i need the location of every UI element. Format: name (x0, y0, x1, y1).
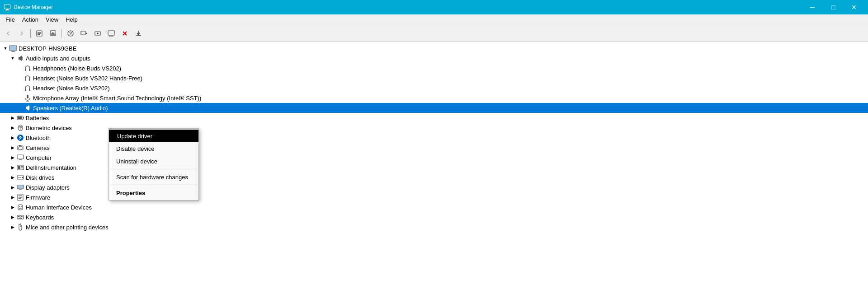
toolbar-update-driver[interactable] (47, 27, 59, 40)
disable-device-label: Disable device (116, 145, 155, 152)
biometric-icon (16, 124, 24, 132)
svg-rect-44 (18, 160, 23, 160)
keyboards-icon (16, 213, 24, 221)
headset-handsfree-icon (24, 74, 32, 82)
toolbar-view-devices[interactable] (105, 27, 118, 40)
menu-action[interactable]: Action (19, 15, 42, 25)
toolbar-properties[interactable] (33, 27, 46, 40)
toolbar-back[interactable] (2, 27, 14, 40)
svg-rect-12 (81, 31, 85, 35)
cameras-icon (16, 144, 24, 152)
tree-item-batteries[interactable]: ▶ Batteries (0, 113, 868, 123)
firmware-icon (16, 193, 24, 201)
svg-point-60 (21, 206, 22, 207)
hid-icon (16, 203, 24, 211)
headset-vs202-label: Headset (Noise Buds VS202) (33, 85, 868, 92)
context-menu-sep-2 (109, 185, 198, 185)
maximize-button[interactable]: □ (823, 0, 844, 14)
tree-item-headset-vs202[interactable]: ▶ Headset (Noise Buds VS202) (0, 83, 868, 93)
display-adapters-icon (16, 183, 24, 191)
keyboards-label: Keyboards (26, 214, 868, 221)
update-driver-label: Update driver (117, 133, 152, 140)
context-menu-disable-device[interactable]: Disable device (109, 142, 198, 155)
tree-item-hid[interactable]: ▶ Human Interface Devices (0, 202, 868, 212)
context-menu-update-driver[interactable]: Update driver (109, 130, 198, 142)
title-bar: Device Manager ─ □ ✕ (0, 0, 868, 14)
svg-rect-57 (19, 197, 22, 198)
svg-rect-58 (19, 198, 21, 199)
context-menu-uninstall-device[interactable]: Uninstall device (109, 155, 198, 168)
context-menu-scan-hardware[interactable]: Scan for hardware changes (109, 171, 198, 183)
svg-rect-36 (18, 116, 22, 119)
batteries-chevron: ▶ (9, 114, 16, 121)
title-bar-controls: ─ □ ✕ (802, 0, 864, 14)
svg-rect-66 (19, 218, 22, 219)
svg-rect-53 (18, 186, 23, 188)
toolbar-scan[interactable] (78, 27, 90, 40)
tree-root[interactable]: ▼ DESKTOP-HNS9GBE (0, 43, 868, 53)
svg-rect-16 (108, 31, 114, 35)
audio-icon (16, 54, 24, 62)
svg-rect-28 (29, 79, 30, 81)
hid-label: Human Interface Devices (26, 204, 868, 211)
cameras-chevron: ▶ (9, 144, 16, 151)
toolbar-sep-2 (61, 29, 62, 38)
svg-rect-63 (19, 216, 20, 217)
tree-item-keyboards[interactable]: ▶ Keyboards (0, 212, 868, 222)
computer-icon (16, 154, 24, 162)
microphone-label: Microphone Array (Intel® Smart Sound Tec… (33, 95, 868, 102)
disk-drives-icon (16, 173, 24, 182)
svg-rect-6 (38, 33, 41, 33)
dell-chevron: ▶ (9, 164, 16, 171)
svg-rect-29 (25, 88, 26, 91)
tree-item-microphone[interactable]: ▶ Microphone Array (Intel® Smart Sound T… (0, 93, 868, 103)
audio-label: Audio inputs and outputs (26, 55, 868, 62)
svg-rect-54 (19, 189, 22, 190)
mice-icon (16, 223, 24, 231)
svg-rect-7 (38, 34, 40, 35)
context-menu-properties[interactable]: Properties (109, 186, 198, 199)
tree-item-headset-handsfree[interactable]: ▶ Headset (Noise Buds VS202 Hands-Free) (0, 73, 868, 83)
svg-rect-1 (5, 5, 10, 9)
keyboards-chevron: ▶ (9, 214, 16, 221)
batteries-label: Batteries (26, 115, 868, 121)
svg-rect-56 (19, 196, 22, 196)
svg-rect-24 (11, 51, 15, 52)
svg-rect-48 (21, 168, 23, 168)
svg-point-50 (22, 177, 24, 178)
toolbar-add-legacy[interactable] (91, 27, 104, 40)
menu-bar: File Action View Help (0, 14, 868, 25)
close-button[interactable]: ✕ (844, 0, 864, 14)
svg-rect-46 (18, 166, 20, 169)
microphone-icon (24, 94, 32, 102)
toolbar-sep-1 (30, 29, 31, 38)
svg-text:?: ? (69, 31, 72, 36)
toolbar-uninstall[interactable] (118, 27, 131, 40)
speakers-icon (24, 104, 32, 112)
audio-chevron: ▼ (9, 55, 16, 62)
tree-item-headphones[interactable]: ▶ Headphones (Noise Buds VS202) (0, 63, 868, 73)
toolbar-help[interactable]: ? (64, 27, 77, 40)
tree-item-audio[interactable]: ▼ Audio inputs and outputs (0, 53, 868, 63)
headset-handsfree-label: Headset (Noise Buds VS202 Hands-Free) (33, 75, 868, 82)
window-title: Device Manager (14, 4, 53, 10)
menu-view[interactable]: View (42, 15, 62, 25)
svg-rect-64 (21, 216, 22, 217)
speakers-label: Speakers (Realtek(R) Audio) (33, 105, 868, 112)
tree-item-speakers[interactable]: ▶ Speakers (Realtek(R) Audio) (0, 103, 868, 113)
svg-rect-62 (18, 216, 19, 217)
toolbar-forward[interactable] (15, 27, 28, 40)
menu-file[interactable]: File (2, 15, 19, 25)
disk-drives-chevron: ▶ (9, 174, 16, 181)
menu-help[interactable]: Help (62, 15, 81, 25)
headphones-label: Headphones (Noise Buds VS202) (33, 65, 868, 72)
computer-chevron: ▶ (9, 154, 16, 161)
tree-item-mice[interactable]: ▶ Mice and other pointing devices (0, 222, 868, 232)
svg-point-39 (19, 146, 22, 150)
minimize-button[interactable]: ─ (802, 0, 823, 14)
uninstall-device-label: Uninstall device (116, 158, 157, 165)
root-icon (9, 44, 17, 52)
svg-rect-27 (25, 79, 26, 81)
toolbar-download[interactable] (132, 27, 145, 40)
properties-label: Properties (116, 190, 145, 196)
